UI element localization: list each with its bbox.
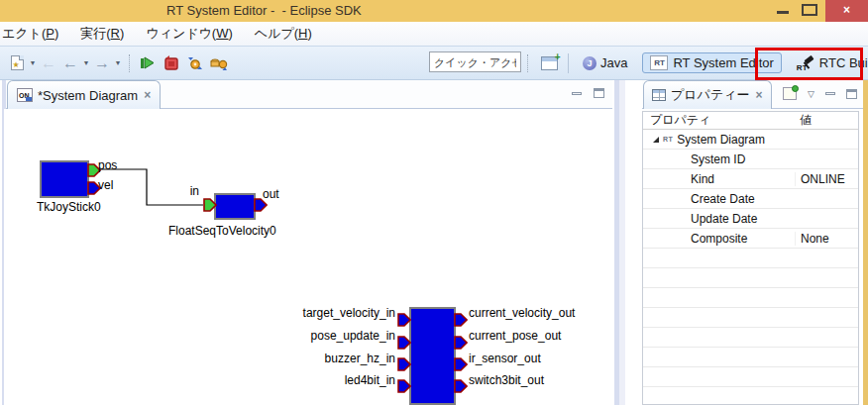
property-name: System Diagram [677,133,765,147]
property-name: Create Date [691,192,755,206]
rt-system-editor-icon: RT [650,55,668,70]
rt-diagram-icon: RT [663,136,673,143]
close-tab-icon[interactable]: × [756,88,763,102]
open-online-diagram-button[interactable] [136,51,160,75]
output-port[interactable] [454,357,468,371]
toolbar: ★ ▼ ← ← ▼ → ▼ [0,46,868,80]
input-port[interactable] [397,313,411,327]
property-name-cell: Composite [643,232,795,246]
open-perspective-button[interactable]: + [537,51,561,75]
rtc-component-block[interactable] [214,193,256,220]
property-row[interactable]: RTSystem Diagram [643,130,858,150]
maximize-window-icon[interactable] [802,4,817,16]
empty-row [643,387,858,405]
gears-sync-icon [185,54,205,72]
rtc-component-block[interactable] [40,160,89,198]
menu-item[interactable]: ウィンドウ(W) [135,22,243,46]
online-diagram-icon: ON [17,88,33,102]
red-diagram-icon [163,54,180,72]
property-name-cell: System ID [643,152,795,166]
back-dropdown-icon[interactable]: ▼ [81,59,91,66]
properties-table-header: プロパティ 値 [643,112,858,130]
menu-item[interactable]: エクト(P) [0,22,69,46]
diagram-canvas[interactable]: TkJoyStick0posvelFloatSeqToVelocity0inou… [4,109,612,405]
property-name-cell: Kind [643,172,795,186]
main-area: ON *System Diagram × TkJoyStick0posvelFl… [0,80,868,405]
editor-pane: ON *System Diagram × TkJoyStick0posvelFl… [6,80,612,405]
maximize-pane-icon[interactable] [594,88,604,98]
output-port[interactable] [454,379,468,393]
sync-naming-service-button[interactable] [207,51,231,75]
open-offline-diagram-button[interactable] [160,51,183,75]
port-label: switch3bit_out [469,373,544,387]
toolbar-left-group: ★ ▼ ← ← ▼ → ▼ [6,47,231,79]
window-title: RT System Editor - - Eclipse SDK [166,3,362,18]
new-wizard-dropdown-icon[interactable]: ▼ [28,59,38,66]
forward-button[interactable]: → [91,51,113,75]
tree-expand-icon[interactable] [653,137,659,143]
back-disabled-icon: ← [41,53,56,73]
green-diagram-icon [139,54,157,72]
port-label: in [190,184,199,198]
property-row[interactable]: Create Date [643,189,858,209]
menu-item[interactable]: ヘルプ(H) [244,22,323,46]
toolbar-separator [527,54,528,72]
new-wizard-button[interactable]: ★ [6,51,28,75]
pin-editor-icon[interactable] [783,87,797,100]
port-label: buzzer_hz_in [325,352,395,365]
tab-properties[interactable]: プロパティー × [643,80,772,109]
perspective-separator [568,53,569,73]
forward-icon: → [94,53,110,73]
input-port[interactable] [397,379,411,393]
column-header-value: 値 [795,112,858,129]
rtc-component-block[interactable] [409,307,456,405]
empty-row [643,288,858,308]
back-icon: ← [62,53,78,73]
new-document-icon: ★ [11,55,24,70]
minimize-window-icon[interactable] [777,11,789,14]
minimize-pane-icon[interactable] [825,92,835,95]
forward-dropdown-icon[interactable]: ▼ [113,59,123,66]
menu-item[interactable]: 実行(R) [69,22,135,46]
quick-access-input[interactable] [429,51,521,72]
close-tab-icon[interactable]: × [144,88,151,102]
column-header-property: プロパティ [643,112,795,129]
properties-rows: RTSystem DiagramSystem IDKindONLINECreat… [643,130,858,405]
sync-components-button[interactable] [183,51,207,75]
port-label: current_velocity_out [469,306,575,320]
annotation-highlight-box [755,48,863,80]
port-label: led4bit_in [345,373,395,387]
property-row[interactable]: System ID [643,150,858,169]
port-connection-line[interactable] [100,169,203,205]
perspective-java[interactable]: J Java [576,53,634,72]
property-name-cell: Update Date [643,212,795,226]
pane-divider[interactable] [612,80,642,405]
empty-row [643,249,858,268]
input-port[interactable] [397,336,411,350]
maximize-pane-icon[interactable] [846,89,857,99]
tab-system-diagram[interactable]: ON *System Diagram × [7,80,161,109]
input-port[interactable] [397,357,411,371]
gear-database-icon [209,54,229,72]
back-button[interactable]: ← [59,51,81,75]
editor-tabbar: ON *System Diagram × [6,80,612,109]
property-row[interactable]: CompositeNone [643,229,858,249]
input-port[interactable] [203,198,217,212]
close-window-button[interactable]: × [825,0,868,22]
view-menu-icon[interactable]: ▽ [808,89,814,99]
window-border-right [863,80,868,405]
property-name: Composite [691,232,747,246]
empty-row [643,308,858,328]
port-label: ir_sensor_out [469,352,541,365]
output-port[interactable] [454,336,468,350]
last-edit-location-button[interactable]: ← [38,51,59,75]
property-name-cell: RTSystem Diagram [643,133,795,147]
minimize-pane-icon[interactable] [572,92,582,95]
port-label: pose_update_in [311,329,395,343]
output-port[interactable] [454,313,468,327]
java-perspective-icon: J [583,56,597,70]
property-row[interactable]: Update Date [643,209,858,229]
properties-table-icon [652,89,666,101]
property-name: Kind [691,172,714,186]
property-row[interactable]: KindONLINE [643,169,858,189]
